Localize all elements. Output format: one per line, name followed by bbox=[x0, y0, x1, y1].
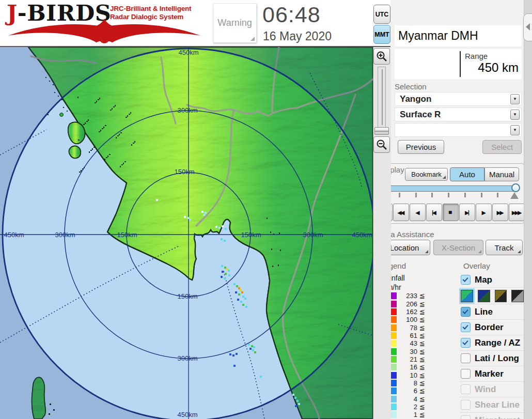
overlay-checkbox-lati-long[interactable] bbox=[461, 353, 471, 363]
previous-button[interactable]: Previous bbox=[398, 140, 444, 154]
overlay-label-lati-long: Lati / Long bbox=[475, 353, 519, 364]
overlay-row-shear-line: Shear Line bbox=[460, 397, 524, 412]
map-style-swatch-3[interactable] bbox=[495, 290, 507, 302]
slider-tick bbox=[415, 193, 417, 197]
range-ring-label: 300km bbox=[177, 354, 197, 362]
overlay-row-line: Line bbox=[460, 304, 524, 319]
less-equal-symbol: ≦ bbox=[419, 316, 425, 323]
site-dropdown[interactable]: Yangon ▼ bbox=[395, 92, 522, 106]
overlay-label-microburst: Microburst bbox=[475, 415, 520, 419]
range-ring-label: 150km bbox=[177, 292, 197, 300]
legend-value: 233 bbox=[397, 292, 417, 300]
legend-value: 21 bbox=[397, 355, 417, 363]
map-style-swatch-2[interactable] bbox=[478, 290, 490, 302]
radar-map[interactable]: 450km300km150km450km300km150km150km300km… bbox=[0, 47, 373, 419]
slider-tick bbox=[464, 193, 466, 197]
fast-forward-button[interactable]: ▶▶ bbox=[492, 204, 508, 221]
overlay-checkbox-range-az[interactable] bbox=[461, 338, 471, 348]
play-reverse-button[interactable]: ◀ bbox=[410, 204, 426, 221]
range-ring-label: 150km bbox=[174, 168, 194, 176]
chevron-down-icon[interactable]: ▼ bbox=[510, 94, 520, 104]
utc-button[interactable]: UTC bbox=[373, 5, 390, 24]
map-style-swatch-4[interactable] bbox=[511, 290, 524, 302]
mmt-button[interactable]: MMT bbox=[373, 25, 390, 44]
overlay-label-line: Line bbox=[475, 307, 493, 317]
less-equal-symbol: ≦ bbox=[419, 387, 425, 395]
playback-controls: ◀◀◀◀◀◀|◀■▶|▶▶▶▶▶▶ bbox=[377, 204, 525, 221]
zoom-in-icon bbox=[375, 50, 388, 63]
map-style-swatches bbox=[460, 287, 524, 304]
less-equal-symbol: ≦ bbox=[419, 348, 425, 355]
range-ring-label: 300km bbox=[303, 231, 323, 239]
less-equal-symbol: ≦ bbox=[419, 403, 425, 411]
slider-tick bbox=[399, 193, 400, 197]
stop-button[interactable]: ■ bbox=[443, 204, 459, 221]
chevron-down-icon[interactable]: ▼ bbox=[510, 110, 520, 120]
zoom-slider-track[interactable] bbox=[378, 67, 386, 128]
replay-slider-track[interactable] bbox=[382, 185, 517, 192]
legend-value: 78 bbox=[397, 324, 417, 332]
overlay-checkbox-marker[interactable] bbox=[461, 369, 471, 379]
header: J-BIRDS JRC-Brilliant & Intelligent Rada… bbox=[0, 0, 390, 47]
panel-collapse-tab[interactable] bbox=[523, 13, 532, 41]
auto-button[interactable]: Auto bbox=[450, 167, 484, 181]
range-label: Range bbox=[465, 52, 488, 60]
less-equal-symbol: ≦ bbox=[419, 379, 425, 387]
overlay-row-microburst: Microburst bbox=[460, 412, 524, 419]
zoom-slider-thumb[interactable] bbox=[374, 127, 389, 135]
manual-button[interactable]: Manual bbox=[484, 167, 519, 181]
step-forward-button[interactable]: ▶| bbox=[459, 204, 475, 221]
legend-value: 6 bbox=[397, 387, 417, 395]
less-equal-symbol: ≦ bbox=[419, 395, 425, 403]
bookmark-button[interactable]: Bookmark bbox=[405, 168, 448, 181]
range-ring-label: 450km bbox=[177, 411, 197, 418]
chevron-down-icon[interactable]: ▼ bbox=[510, 125, 520, 135]
less-equal-symbol: ≦ bbox=[419, 292, 425, 300]
overlay-label-shear-line: Shear Line bbox=[475, 400, 520, 410]
forward-fastest-button[interactable]: ▶▶▶ bbox=[509, 204, 525, 221]
replay-slider-handle[interactable] bbox=[511, 183, 520, 192]
legend-value: 1 bbox=[397, 411, 417, 418]
legend-value: 206 bbox=[397, 300, 417, 308]
range-box: Range 450 km bbox=[395, 49, 522, 79]
overlay-row-lati-long: Lati / Long bbox=[460, 350, 524, 366]
legend-value: 16 bbox=[397, 363, 417, 371]
less-equal-symbol: ≦ bbox=[419, 308, 425, 316]
overlay-checkbox-line[interactable] bbox=[461, 307, 471, 317]
step-back-button[interactable]: |◀ bbox=[426, 204, 442, 221]
overlay-checkbox-wind bbox=[461, 384, 471, 394]
collapse-left-icon bbox=[526, 23, 530, 30]
overlay-label-border: Border bbox=[475, 322, 504, 333]
slider-tick bbox=[448, 193, 449, 197]
x-section-button: X-Section bbox=[433, 240, 483, 255]
panel-edge-strip bbox=[524, 0, 532, 419]
track-button[interactable]: Track bbox=[486, 240, 523, 255]
less-equal-symbol: ≦ bbox=[419, 371, 425, 379]
legend-value: 4 bbox=[397, 395, 417, 403]
warning-button[interactable]: Warning bbox=[213, 3, 257, 43]
legend-value: 43 bbox=[397, 339, 417, 347]
zoom-out-button[interactable] bbox=[373, 136, 390, 153]
zoom-in-button[interactable] bbox=[373, 48, 390, 65]
overlay-checkbox-map[interactable] bbox=[461, 275, 471, 285]
range-ring-label: 450km bbox=[4, 231, 24, 239]
overlay-checkbox-border[interactable] bbox=[461, 322, 471, 332]
less-equal-symbol: ≦ bbox=[419, 339, 425, 347]
overlay-row-wind: Wind bbox=[460, 381, 524, 397]
legend-value: 162 bbox=[397, 308, 417, 316]
selection-label: Selection bbox=[395, 82, 427, 91]
map-style-swatch-1[interactable] bbox=[461, 290, 473, 302]
overlay-label-range-az: Range / AZ bbox=[475, 338, 520, 348]
site-dropdown-value: Yangon bbox=[400, 94, 431, 104]
play-button[interactable]: ▶ bbox=[476, 204, 492, 221]
product-dropdown[interactable]: Surface R ▼ bbox=[395, 107, 522, 121]
rewind-button[interactable]: ◀◀ bbox=[393, 204, 409, 221]
extra-dropdown[interactable]: ▼ bbox=[395, 123, 522, 137]
overlay-row-border: Border bbox=[460, 319, 524, 335]
less-equal-symbol: ≦ bbox=[419, 324, 425, 332]
range-value: 450 km bbox=[478, 60, 519, 75]
overlay-label-marker: Marker bbox=[475, 369, 504, 379]
slider-ticks bbox=[382, 193, 517, 198]
range-ring-label: 300km bbox=[55, 231, 75, 239]
legend-value: 61 bbox=[397, 332, 417, 339]
